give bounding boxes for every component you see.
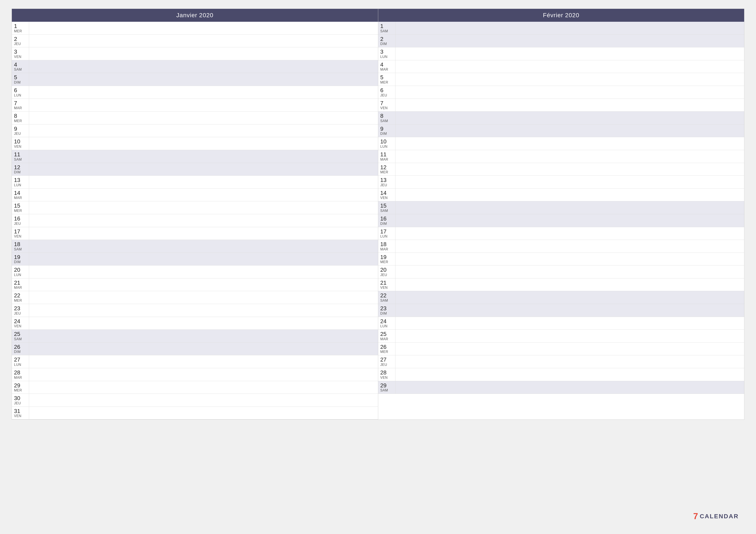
- day-content: [395, 201, 744, 214]
- day-name: DIM: [14, 81, 21, 85]
- day-number-cell: 21MAR: [12, 278, 29, 291]
- day-name: JEU: [14, 132, 21, 136]
- day-number: 13: [14, 177, 20, 183]
- day-number: 17: [380, 228, 387, 235]
- day-name: VEN: [14, 145, 21, 149]
- day-name: JEU: [14, 312, 21, 316]
- day-content: [29, 355, 378, 368]
- day-content: [29, 47, 378, 60]
- day-content: [29, 381, 378, 394]
- day-number: 16: [14, 216, 20, 222]
- day-number: 26: [14, 344, 20, 350]
- day-number-cell: 14MAR: [12, 189, 29, 201]
- day-content: [29, 189, 378, 201]
- day-content: [29, 227, 378, 240]
- day-row: 7VEN: [378, 99, 744, 112]
- day-number: 28: [14, 369, 20, 376]
- day-row: 19DIM: [12, 253, 378, 266]
- day-name: DIM: [14, 260, 21, 264]
- day-name: VEN: [14, 55, 21, 59]
- day-content: [29, 60, 378, 73]
- day-row: 13LUN: [12, 176, 378, 189]
- day-number: 13: [380, 177, 387, 183]
- day-number: 12: [14, 164, 20, 170]
- day-row: 30JEU: [12, 394, 378, 407]
- day-content: [395, 137, 744, 150]
- day-number-cell: 23DIM: [378, 304, 395, 317]
- day-content: [395, 381, 744, 394]
- day-name: MER: [380, 350, 388, 354]
- day-number-cell: 29MER: [12, 381, 29, 394]
- day-name: LUN: [380, 324, 388, 328]
- day-number: 23: [380, 305, 387, 312]
- day-content: [29, 317, 378, 330]
- day-number-cell: 26DIM: [12, 343, 29, 355]
- day-name: JEU: [14, 222, 21, 226]
- day-number-cell: 18SAM: [12, 240, 29, 253]
- day-number-cell: 2DIM: [378, 35, 395, 47]
- day-number: 4: [14, 62, 17, 68]
- day-content: [395, 35, 744, 47]
- day-number: 28: [380, 369, 387, 376]
- day-name: MAR: [14, 196, 22, 200]
- day-number: 14: [380, 190, 387, 196]
- day-number: 14: [14, 190, 20, 196]
- day-name: JEU: [380, 273, 387, 277]
- day-number: 21: [380, 280, 387, 286]
- day-row: 7MAR: [12, 99, 378, 112]
- day-number-cell: 25SAM: [12, 330, 29, 343]
- day-number-cell: 10VEN: [12, 137, 29, 150]
- day-row: 15MER: [12, 201, 378, 214]
- day-number: 24: [14, 318, 20, 324]
- day-row: 24LUN: [378, 317, 744, 330]
- day-row: 28VEN: [378, 368, 744, 381]
- day-name: MER: [380, 260, 388, 264]
- day-row: 27JEU: [378, 355, 744, 368]
- day-row: 4MAR: [378, 60, 744, 73]
- day-content: [29, 176, 378, 189]
- day-name: LUN: [14, 363, 21, 367]
- day-number-cell: 10LUN: [378, 137, 395, 150]
- day-number: 23: [14, 305, 20, 312]
- day-number: 15: [14, 203, 20, 209]
- day-name: VEN: [380, 376, 388, 380]
- day-number-cell: 5MER: [378, 73, 395, 86]
- day-name: JEU: [380, 363, 387, 367]
- day-name: SAM: [14, 158, 22, 162]
- day-row: 3LUN: [378, 47, 744, 60]
- day-content: [29, 137, 378, 150]
- day-number-cell: 27JEU: [378, 355, 395, 368]
- day-number-cell: 25MAR: [378, 330, 395, 343]
- day-number: 21: [14, 280, 20, 286]
- day-row: 12DIM: [12, 163, 378, 176]
- day-content: [29, 112, 378, 124]
- day-number: 22: [14, 292, 20, 299]
- day-row: 29SAM: [378, 381, 744, 394]
- day-row: 1SAM: [378, 22, 744, 35]
- day-row: 17VEN: [12, 227, 378, 240]
- day-row: 18SAM: [12, 240, 378, 253]
- day-content: [29, 368, 378, 381]
- day-number-cell: 6LUN: [12, 86, 29, 99]
- day-content: [395, 99, 744, 112]
- day-content: [29, 266, 378, 278]
- day-name: SAM: [380, 299, 388, 302]
- day-name: SAM: [14, 337, 22, 341]
- day-name: SAM: [380, 209, 388, 213]
- day-row: 24VEN: [12, 317, 378, 330]
- day-row: 21MAR: [12, 278, 378, 291]
- day-number: 29: [14, 382, 20, 389]
- day-number: 22: [380, 292, 387, 299]
- day-name: VEN: [380, 196, 388, 200]
- day-content: [395, 355, 744, 368]
- day-name: VEN: [14, 414, 21, 418]
- month-column-1: Janvier 20201MER2JEU3VEN4SAM5DIM6LUN7MAR…: [12, 9, 378, 420]
- day-row: 12MER: [378, 163, 744, 176]
- day-name: MER: [14, 29, 22, 33]
- day-number: 2: [380, 36, 383, 42]
- day-number: 7: [14, 100, 17, 106]
- day-row: 8SAM: [378, 112, 744, 124]
- day-content: [29, 163, 378, 176]
- day-number-cell: 4SAM: [12, 60, 29, 73]
- day-row: 9DIM: [378, 124, 744, 138]
